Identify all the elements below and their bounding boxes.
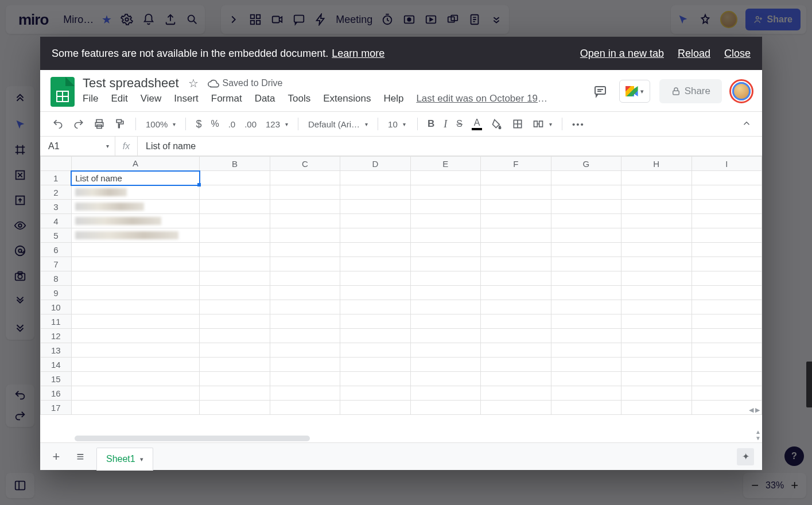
cell[interactable] [71, 314, 200, 329]
row-header[interactable]: 10 [41, 300, 72, 314]
cell[interactable] [621, 314, 691, 329]
cell[interactable]: List of name [71, 171, 200, 185]
cell[interactable] [551, 257, 621, 271]
column-header[interactable]: E [410, 157, 480, 171]
cell[interactable] [621, 257, 691, 271]
cell[interactable] [410, 314, 480, 329]
cell[interactable] [481, 200, 551, 214]
search-icon[interactable] [185, 13, 199, 26]
cell[interactable] [691, 329, 762, 343]
meeting-label[interactable]: Meeting [336, 14, 372, 26]
collapse-toolbar-icon[interactable] [741, 118, 752, 130]
cell[interactable] [410, 185, 480, 200]
cell[interactable] [270, 243, 340, 257]
collapse-up-icon[interactable] [13, 92, 28, 107]
row-header[interactable]: 11 [41, 314, 72, 329]
cell[interactable] [481, 228, 551, 243]
cell[interactable] [691, 171, 762, 185]
row-header[interactable]: 13 [41, 343, 72, 358]
name-box[interactable]: A1 [40, 141, 115, 152]
star-outline-icon[interactable]: ☆ [188, 76, 199, 90]
cell[interactable] [621, 228, 691, 243]
redo-button[interactable] [71, 116, 86, 132]
reload-link[interactable]: Reload [678, 48, 710, 60]
menu-file[interactable]: File [83, 93, 98, 104]
export-icon[interactable] [164, 13, 177, 26]
row-header[interactable]: 9 [41, 286, 72, 300]
cell[interactable] [410, 214, 480, 228]
zoom-level[interactable]: 33% [766, 480, 784, 491]
bell-icon[interactable] [142, 13, 156, 26]
cell[interactable] [691, 286, 762, 300]
cell[interactable] [551, 214, 621, 228]
cell[interactable] [410, 372, 480, 386]
paint-format-button[interactable] [112, 116, 127, 132]
eye-tool-icon[interactable] [13, 218, 28, 233]
cell[interactable] [621, 200, 691, 214]
cell[interactable] [200, 200, 270, 214]
cell[interactable] [481, 314, 551, 329]
star-filled-icon[interactable]: ★ [102, 13, 112, 26]
column-header[interactable]: G [551, 157, 621, 171]
merge-cells-dropdown[interactable] [531, 116, 554, 132]
cell[interactable] [691, 358, 762, 372]
cell[interactable] [71, 185, 200, 200]
zoom-out-button[interactable]: − [751, 478, 759, 493]
cell[interactable] [200, 386, 270, 401]
zoom-in-button[interactable]: + [791, 478, 798, 493]
cell[interactable] [621, 185, 691, 200]
cell[interactable] [340, 185, 410, 200]
cell[interactable] [270, 343, 340, 358]
cell[interactable] [71, 200, 200, 214]
cell[interactable] [270, 228, 340, 243]
font-family-dropdown[interactable]: Default (Ari… [306, 117, 370, 131]
cell[interactable] [691, 185, 762, 200]
row-header[interactable]: 15 [41, 372, 72, 386]
formula-input[interactable]: List of name [138, 141, 762, 152]
cell[interactable] [270, 329, 340, 343]
format-percent-button[interactable]: % [209, 116, 220, 131]
bold-button[interactable]: B [426, 116, 436, 132]
select-tool-icon[interactable] [13, 117, 28, 132]
sheets-share-button[interactable]: Share [659, 79, 722, 103]
cell[interactable] [551, 314, 621, 329]
cell[interactable] [551, 243, 621, 257]
cell[interactable] [410, 343, 480, 358]
cell[interactable] [410, 286, 480, 300]
cell[interactable] [200, 300, 270, 314]
cell[interactable] [200, 343, 270, 358]
spreadsheet-grid[interactable]: A B C D E F G H I 1List of name234567891… [40, 156, 762, 442]
row-header[interactable]: 1 [41, 171, 72, 185]
cell[interactable] [340, 300, 410, 314]
explore-button[interactable]: ✦ [737, 448, 754, 465]
row-header[interactable]: 14 [41, 358, 72, 372]
help-button[interactable]: ? [784, 446, 804, 466]
google-account-avatar[interactable] [731, 81, 752, 102]
menu-extensions[interactable]: Extensions [323, 93, 371, 104]
cell[interactable] [340, 271, 410, 286]
cell[interactable] [71, 228, 200, 243]
more-format-button[interactable]: ••• [570, 117, 586, 131]
column-header[interactable]: H [621, 157, 691, 171]
print-button[interactable] [92, 116, 107, 132]
decrease-decimal-button[interactable]: .0 [227, 117, 238, 131]
cell[interactable] [340, 329, 410, 343]
camera-tool-icon[interactable] [13, 269, 28, 283]
row-header[interactable]: 5 [41, 228, 72, 243]
settings-icon[interactable] [120, 13, 134, 26]
cell[interactable] [691, 300, 762, 314]
cell[interactable] [551, 329, 621, 343]
cell[interactable] [410, 271, 480, 286]
cursor-sparkle-icon[interactable] [677, 13, 690, 26]
cell[interactable] [270, 200, 340, 214]
row-header[interactable]: 3 [41, 200, 72, 214]
cell[interactable] [71, 257, 200, 271]
cell[interactable] [200, 214, 270, 228]
cell[interactable] [270, 386, 340, 401]
cell[interactable] [200, 358, 270, 372]
format-123-dropdown[interactable]: 123 [264, 117, 290, 131]
close-frame-icon[interactable] [13, 168, 28, 182]
cell[interactable] [481, 329, 551, 343]
menu-format[interactable]: Format [211, 93, 242, 104]
miro-panel-toggle[interactable] [6, 473, 34, 498]
